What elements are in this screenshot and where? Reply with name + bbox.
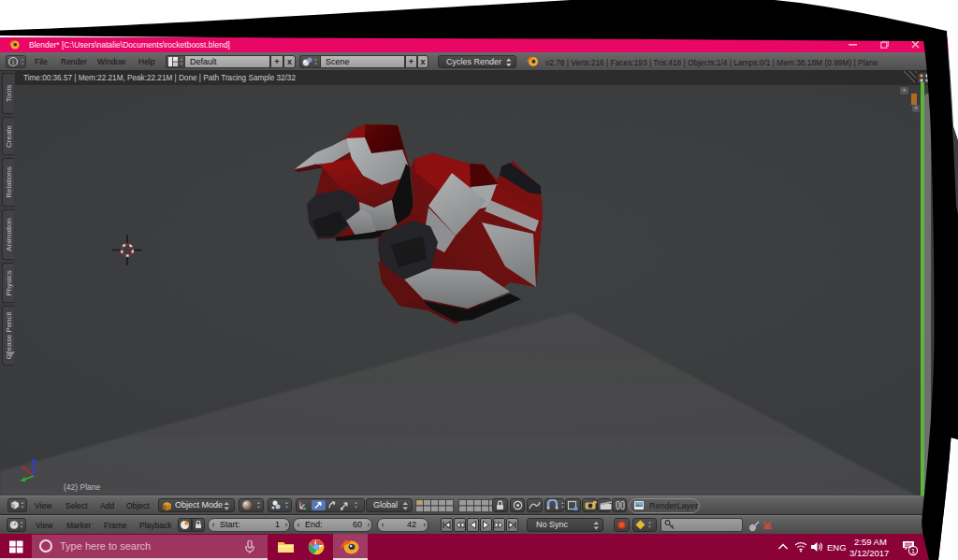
svg-text:1: 1 (911, 547, 915, 555)
